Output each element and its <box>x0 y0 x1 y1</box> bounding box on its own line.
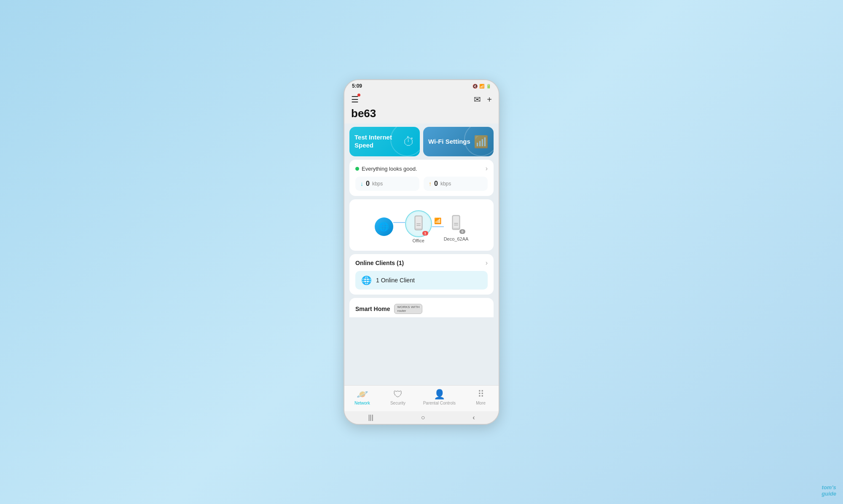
toms-guide-watermark: tom's guide <box>822 484 836 497</box>
satellite-node[interactable]: 0 Deco_62AA <box>444 212 469 241</box>
svg-rect-1 <box>416 217 422 228</box>
bottom-nav: 🪐 Network 🛡 Security 👤 Parental Controls… <box>344 385 499 411</box>
status-bar: 5:09 🔇 📶 🔋 <box>344 80 499 92</box>
hamburger-menu-button[interactable]: ☰ <box>351 94 359 105</box>
main-router-circle: 1 <box>405 210 432 237</box>
download-value: 0 <box>366 180 370 188</box>
quick-actions: Test Internet Speed ⏱ Wi-Fi Settings 📶 <box>344 123 499 160</box>
wifi-signal-dots: 📶 <box>434 218 441 224</box>
status-text: Everything looks good. <box>355 166 417 172</box>
upload-arrow-icon: ↑ <box>429 180 432 187</box>
chevron-right-icon: › <box>486 165 488 172</box>
phone-frame: 5:09 🔇 📶 🔋 ☰ ✉ + be63 Test Internet Spee… <box>344 79 499 425</box>
app-bar: ☰ ✉ + <box>344 92 499 106</box>
online-clients-card[interactable]: Online Clients (1) › 🌐 1 Online Client <box>349 254 494 295</box>
router-badge: 1 <box>422 231 428 236</box>
svg-rect-2 <box>416 223 421 224</box>
content-scroll[interactable]: Test Internet Speed ⏱ Wi-Fi Settings 📶 E… <box>344 123 499 385</box>
smart-home-card[interactable]: Smart Home WORKS WITHrouter <box>349 298 494 317</box>
recent-apps-button[interactable]: ||| <box>368 414 373 421</box>
status-dot <box>355 167 359 171</box>
upload-speed: ↑ 0 kbps <box>424 177 488 191</box>
svg-rect-6 <box>454 223 458 224</box>
system-nav-bar: ||| ○ ‹ <box>344 411 499 424</box>
wifi-icon: 📶 <box>474 135 489 149</box>
satellite-badge: 0 <box>459 229 465 234</box>
network-nav-icon: 🪐 <box>357 389 368 400</box>
more-nav-icon: ⠿ <box>478 389 484 400</box>
download-arrow-icon: ↓ <box>360 180 363 187</box>
speedometer-icon: ⏱ <box>403 135 415 149</box>
nav-item-parental-controls[interactable]: 👤 Parental Controls <box>423 389 456 405</box>
svg-rect-7 <box>454 225 458 225</box>
test-internet-speed-button[interactable]: Test Internet Speed ⏱ <box>349 127 420 156</box>
network-nav-label: Network <box>354 401 370 405</box>
add-icon[interactable]: + <box>487 95 492 105</box>
more-nav-label: More <box>476 401 486 405</box>
router-svg <box>412 214 425 233</box>
svg-rect-3 <box>416 225 421 226</box>
test-speed-label: Test Internet Speed <box>354 134 392 150</box>
status-time: 5:09 <box>352 83 362 89</box>
nav-item-more[interactable]: ⠿ More <box>470 389 491 405</box>
works-with-badge: WORKS WITHrouter <box>394 304 422 314</box>
main-router-node[interactable]: 1 Office <box>405 210 432 243</box>
status-icons: 🔇 📶 🔋 <box>473 84 491 88</box>
mail-icon[interactable]: ✉ <box>474 94 481 105</box>
client-text: 1 Online Client <box>376 277 415 284</box>
status-card[interactable]: Everything looks good. › ↓ 0 kbps ↑ 0 kb… <box>349 160 494 196</box>
online-clients-chevron: › <box>486 259 488 267</box>
wifi-settings-button[interactable]: Wi-Fi Settings 📶 <box>423 127 494 156</box>
status-row: Everything looks good. › <box>355 165 488 172</box>
online-clients-title: Online Clients (1) <box>355 260 404 266</box>
parental-controls-nav-label: Parental Controls <box>423 401 456 405</box>
app-bar-right: ✉ + <box>474 94 492 105</box>
svg-rect-5 <box>453 216 459 228</box>
download-unit: kbps <box>372 181 383 187</box>
client-row[interactable]: 🌐 1 Online Client <box>355 271 488 290</box>
online-clients-header: Online Clients (1) › <box>355 259 488 267</box>
network-line-2 <box>432 226 444 227</box>
wifi-connection: 📶 <box>432 218 444 227</box>
satellite-label: Deco_62AA <box>444 236 469 241</box>
globe-icon: 🌐 <box>375 217 393 236</box>
speed-row: ↓ 0 kbps ↑ 0 kbps <box>355 177 488 191</box>
mute-icon: 🔇 <box>473 84 478 88</box>
battery-icon: 🔋 <box>486 84 491 88</box>
smart-home-title: Smart Home <box>355 306 390 312</box>
network-line-1 <box>393 222 405 223</box>
internet-node: 🌐 <box>375 217 393 236</box>
security-nav-icon: 🛡 <box>393 389 403 400</box>
nav-item-network[interactable]: 🪐 Network <box>352 389 373 405</box>
router-label: Office <box>412 238 424 243</box>
page-title-area: be63 <box>344 106 499 123</box>
nav-item-security[interactable]: 🛡 Security <box>387 389 408 405</box>
download-speed: ↓ 0 kbps <box>355 177 419 191</box>
back-button[interactable]: ‹ <box>473 414 475 421</box>
wifi-settings-label: Wi-Fi Settings <box>428 138 470 146</box>
page-title: be63 <box>351 107 492 120</box>
notification-dot <box>357 94 360 97</box>
home-button[interactable]: ○ <box>421 414 425 421</box>
network-diagram: 🌐 1 <box>354 206 489 246</box>
upload-unit: kbps <box>440 181 451 187</box>
security-nav-label: Security <box>390 401 405 405</box>
network-card: 🌐 1 <box>349 199 494 251</box>
client-icon: 🌐 <box>361 275 372 285</box>
wifi-signal-icon: 📶 <box>479 84 484 88</box>
parental-controls-nav-icon: 👤 <box>434 389 445 400</box>
upload-value: 0 <box>434 180 438 188</box>
